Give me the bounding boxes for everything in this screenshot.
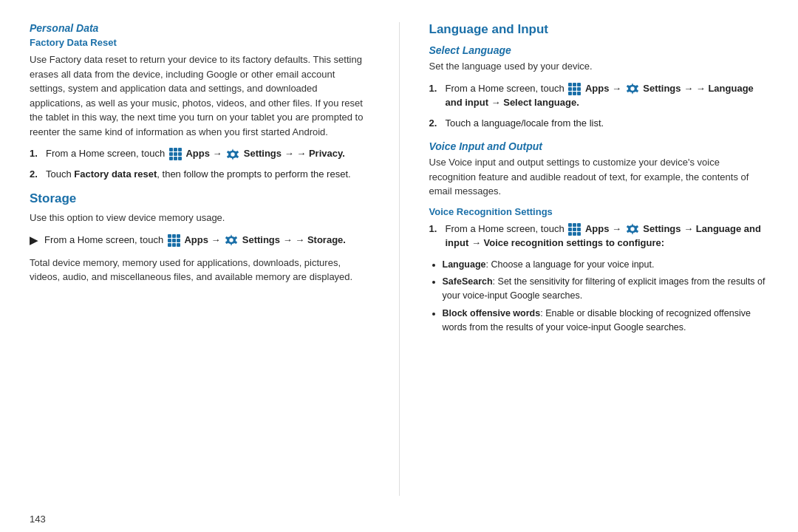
voice-recognition-title: Voice Recognition Settings: [429, 206, 769, 217]
factory-intro-text: Use Factory data reset to return your de…: [30, 52, 369, 139]
svg-point-5: [630, 86, 634, 90]
vr-bullet-block: Block offensive words: Enable or disable…: [443, 307, 769, 335]
select-lang-intro: Set the language used by your device.: [429, 59, 769, 74]
apps-icon: [169, 148, 182, 160]
page-number-text: 143: [30, 514, 46, 525]
storage-settings-label: Settings: [242, 234, 280, 245]
storage-intro: Use this option to view device memory us…: [30, 211, 369, 225]
select-language-section: Select Language Set the language used by…: [429, 44, 769, 130]
lang-settings-label: Settings: [643, 83, 681, 94]
vr-step-1: 1. From a Home screen, touch Apps →: [429, 222, 769, 250]
storage-arrow-list: ▶ From a Home screen, touch Apps →: [30, 233, 369, 248]
step1-num: 1.: [30, 146, 41, 161]
step1-text: From a Home screen, touch Apps →: [46, 146, 369, 161]
step2-text: Touch Factory data reset, then follow th…: [46, 167, 369, 182]
personal-data-section: Personal Data Factory Data Reset Use Fac…: [30, 22, 369, 181]
vr-bullet-language: Language: Choose a language for your voi…: [443, 258, 769, 272]
lang-step1-num: 1.: [429, 81, 441, 110]
apps-label: Apps: [185, 148, 210, 159]
factory-step-1: 1. From a Home screen, touch Apps →: [30, 146, 369, 161]
step1-suffix: → → Privacy.: [284, 148, 345, 159]
vr-bullets-list: Language: Choose a language for your voi…: [429, 258, 769, 335]
vr-apps-label: Apps: [585, 223, 610, 234]
lang-steps-list: 1. From a Home screen, touch Apps →: [429, 81, 769, 131]
vr-step1-num: 1.: [429, 222, 441, 250]
vr-bullet-safesearch: SafeSearch: Set the sensitivity for filt…: [443, 275, 769, 303]
storage-section: Storage Use this option to view device m…: [30, 191, 369, 284]
settings-label: Settings: [244, 148, 282, 159]
lang-input-title: Language and Input: [429, 22, 769, 37]
storage-arrow-suffix: → → Storage.: [283, 234, 346, 245]
lang-step2-text: Touch a language/locale from the list.: [446, 116, 769, 131]
lang-step2-num: 2.: [429, 116, 441, 131]
voice-io-title: Voice Input and Output: [429, 140, 769, 152]
select-language-title: Select Language: [429, 44, 769, 56]
factory-data-reset-title: Factory Data Reset: [30, 37, 369, 48]
settings-icon-storage: [225, 233, 238, 247]
svg-point-3: [229, 238, 233, 242]
right-column: Language and Input Select Language Set t…: [399, 22, 769, 496]
arrow-marker: ▶: [30, 233, 40, 248]
factory-step-2: 2. Touch Factory data reset, then follow…: [30, 167, 369, 182]
step2-num: 2.: [30, 167, 41, 182]
storage-detail: Total device memory, memory used for app…: [30, 256, 369, 284]
personal-data-title: Personal Data: [30, 22, 369, 34]
storage-step-text: From a Home screen, touch Apps →: [44, 233, 369, 248]
svg-point-7: [630, 227, 634, 231]
settings-icon-lang: [626, 82, 639, 95]
settings-icon-vr: [626, 222, 639, 236]
step1-prefix: From a Home screen, touch: [46, 148, 165, 159]
vr-settings-label: Settings: [643, 223, 681, 234]
vr-steps-list: 1. From a Home screen, touch Apps →: [429, 222, 769, 250]
arrow1: →: [213, 148, 222, 159]
voice-io-section: Voice Input and Output Use Voice input a…: [429, 140, 769, 334]
lang-apps-label: Apps: [585, 83, 610, 94]
apps-icon-vr: [568, 223, 581, 236]
lang-step-2: 2. Touch a language/locale from the list…: [429, 116, 769, 131]
lang-step-1: 1. From a Home screen, touch Apps →: [429, 81, 769, 110]
storage-title: Storage: [30, 191, 369, 206]
factory-steps-list: 1. From a Home screen, touch Apps →: [30, 146, 369, 181]
apps-icon-lang: [568, 83, 581, 95]
vr-step1-text: From a Home screen, touch Apps →: [446, 222, 769, 250]
page-number: 143: [0, 511, 798, 532]
step2-bold: Factory data reset: [74, 168, 157, 180]
apps-icon-storage: [168, 234, 180, 247]
lang-step1-text: From a Home screen, touch Apps →: [446, 81, 769, 110]
voice-io-intro: Use Voice input and output settings to c…: [429, 155, 769, 199]
settings-icon: [226, 148, 239, 161]
svg-point-1: [231, 152, 234, 156]
storage-step: ▶ From a Home screen, touch Apps →: [30, 233, 369, 248]
left-column: Personal Data Factory Data Reset Use Fac…: [30, 22, 369, 496]
storage-apps-label: Apps: [184, 234, 208, 245]
